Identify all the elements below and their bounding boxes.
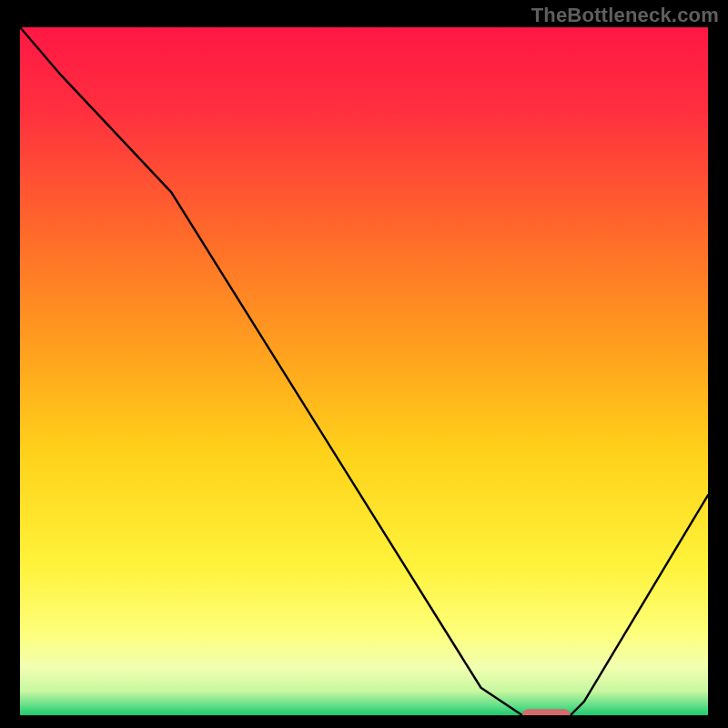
optimal-range-marker [522,709,571,715]
gradient-background [20,27,708,715]
watermark-text: TheBottleneck.com [531,4,719,27]
chart-frame: TheBottleneck.com [0,0,728,728]
bottleneck-chart [20,27,708,715]
